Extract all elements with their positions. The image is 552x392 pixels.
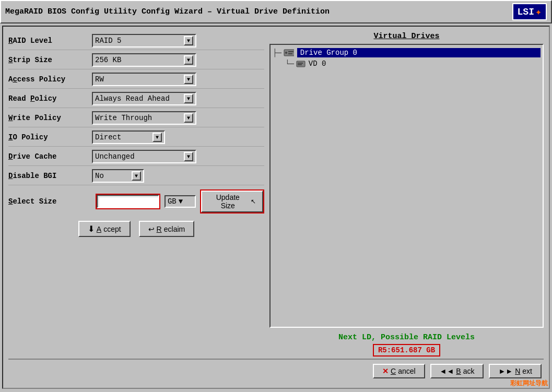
access-policy-dropdown[interactable]: RW ▼ bbox=[92, 73, 196, 86]
next-icon: ►► bbox=[498, 367, 513, 375]
raid-level-dropdown[interactable]: RAID 5 ▼ bbox=[92, 34, 196, 47]
next-button[interactable]: ►► Next bbox=[489, 364, 542, 378]
right-panel: Virtual Drives ├─ Drive Group 0 bbox=[269, 32, 544, 357]
reclaim-button[interactable]: ↩ Reclaim bbox=[139, 221, 195, 237]
disable-bgi-value: No bbox=[95, 172, 132, 180]
accept-button[interactable]: ⬇ Accept bbox=[78, 221, 131, 237]
write-policy-value: Write Through bbox=[95, 114, 184, 122]
drive-cache-value: Unchanged bbox=[95, 152, 184, 161]
update-size-label: Update Size bbox=[208, 193, 248, 210]
strip-size-row: Strip Size 256 KB ▼ bbox=[8, 51, 264, 69]
left-panel: RAID Level RAID 5 ▼ Strip Size 256 KB ▼ bbox=[8, 32, 264, 357]
reclaim-icon: ↩ bbox=[148, 225, 155, 233]
back-label-text: ack bbox=[463, 367, 475, 375]
access-policy-value: RW bbox=[95, 75, 184, 84]
size-input[interactable] bbox=[97, 195, 159, 208]
main-container: RAID Level RAID 5 ▼ Strip Size 256 KB ▼ bbox=[2, 26, 550, 389]
cancel-icon: ✕ bbox=[382, 367, 389, 375]
strip-size-dropdown[interactable]: 256 KB ▼ bbox=[92, 53, 196, 67]
drive-group-item[interactable]: ├─ Drive Group 0 bbox=[273, 47, 541, 58]
access-policy-label: Access Policy bbox=[8, 75, 92, 84]
accept-label: A bbox=[97, 225, 101, 233]
drive-cache-arrow[interactable]: ▼ bbox=[184, 152, 193, 161]
back-label: B bbox=[456, 367, 461, 375]
raid-level-row: RAID Level RAID 5 ▼ bbox=[8, 32, 264, 50]
svg-rect-3 bbox=[288, 53, 292, 54]
read-policy-label: Read Policy bbox=[8, 94, 92, 103]
svg-rect-6 bbox=[298, 64, 302, 65]
write-policy-arrow[interactable]: ▼ bbox=[184, 113, 193, 123]
vd-branch-icon: └─ bbox=[285, 60, 294, 68]
update-size-button[interactable]: Update Size ↖ bbox=[201, 191, 263, 212]
window-title: MegaRAID BIOS Config Utility Config Wiza… bbox=[5, 7, 330, 16]
reclaim-label: R bbox=[157, 225, 162, 233]
update-size-btn-wrapper: Update Size ↖ bbox=[200, 189, 264, 213]
write-policy-dropdown[interactable]: Write Through ▼ bbox=[92, 111, 196, 125]
reclaim-label-text: eclaim bbox=[164, 225, 185, 233]
next-label: N bbox=[515, 367, 520, 375]
gb-unit-dropdown[interactable]: GB ▼ bbox=[165, 195, 196, 208]
lsi-logo: LSI✦ bbox=[512, 3, 547, 20]
io-policy-label: IO Policy bbox=[8, 133, 92, 141]
svg-rect-2 bbox=[288, 51, 293, 52]
svg-rect-4 bbox=[297, 61, 305, 67]
accept-icon: ⬇ bbox=[88, 224, 95, 234]
virtual-drives-title: Virtual Drives bbox=[269, 32, 544, 41]
drive-cache-row: Drive Cache Unchanged ▼ bbox=[8, 148, 264, 166]
title-bar: MegaRAID BIOS Config Utility Config Wiza… bbox=[0, 0, 552, 23]
drive-group-label[interactable]: Drive Group 0 bbox=[297, 48, 541, 57]
tree-branch-icon: ├─ bbox=[273, 49, 281, 57]
disable-bgi-arrow[interactable]: ▼ bbox=[132, 171, 141, 181]
next-ld-section: Next LD, Possible RAID Levels R5:651.687… bbox=[269, 333, 544, 357]
cursor-icon: ↖ bbox=[251, 198, 256, 205]
io-policy-value: Direct bbox=[95, 133, 152, 141]
cancel-label: C bbox=[391, 367, 396, 375]
cancel-button[interactable]: ✕ Cancel bbox=[373, 364, 425, 378]
raid-level-arrow[interactable]: ▼ bbox=[184, 36, 193, 45]
disable-bgi-label: Disable BGI bbox=[8, 172, 92, 180]
disable-bgi-row: Disable BGI No ▼ bbox=[8, 167, 264, 185]
io-policy-arrow[interactable]: ▼ bbox=[152, 133, 162, 142]
svg-point-1 bbox=[285, 52, 287, 54]
read-policy-arrow[interactable]: ▼ bbox=[184, 94, 193, 103]
gb-unit-value: GB bbox=[168, 197, 177, 206]
read-policy-dropdown[interactable]: Always Read Ahead ▼ bbox=[92, 92, 196, 105]
bottom-buttons-row: ✕ Cancel ◄◄ Back ►► Next bbox=[8, 359, 544, 383]
next-ld-value: R5:651.687 GB bbox=[373, 344, 440, 357]
write-policy-label: Write Policy bbox=[8, 114, 92, 122]
raid-level-label: RAID Level bbox=[8, 37, 92, 45]
vd-label[interactable]: VD 0 bbox=[309, 60, 326, 68]
accept-reclaim-row: ⬇ Accept ↩ Reclaim bbox=[8, 218, 264, 240]
raid-level-value: RAID 5 bbox=[95, 37, 184, 45]
drive-group-icon bbox=[284, 49, 294, 57]
drive-cache-dropdown[interactable]: Unchanged ▼ bbox=[92, 150, 196, 163]
vd-icon bbox=[296, 61, 306, 67]
size-input-wrapper bbox=[96, 194, 160, 209]
tree-view: ├─ Drive Group 0 └─ bbox=[269, 44, 544, 328]
watermark: 彩虹网址导航 bbox=[510, 379, 548, 388]
gb-dropdown-arrow[interactable]: ▼ bbox=[179, 197, 183, 206]
io-policy-row: IO Policy Direct ▼ bbox=[8, 128, 264, 147]
disable-bgi-dropdown[interactable]: No ▼ bbox=[92, 169, 144, 183]
access-policy-arrow[interactable]: ▼ bbox=[184, 75, 193, 84]
read-policy-value: Always Read Ahead bbox=[95, 94, 184, 103]
io-policy-dropdown[interactable]: Direct ▼ bbox=[92, 130, 165, 144]
strip-size-value: 256 KB bbox=[95, 56, 184, 64]
back-icon: ◄◄ bbox=[440, 367, 454, 375]
access-policy-row: Access Policy RW ▼ bbox=[8, 70, 264, 89]
strip-size-label: Strip Size bbox=[8, 56, 92, 64]
select-size-row: Select Size GB ▼ Update Size ↖ bbox=[8, 186, 264, 217]
svg-rect-5 bbox=[298, 63, 303, 64]
vd-item[interactable]: └─ VD 0 bbox=[285, 58, 541, 69]
read-policy-row: Read Policy Always Read Ahead ▼ bbox=[8, 90, 264, 108]
write-policy-row: Write Policy Write Through ▼ bbox=[8, 109, 264, 127]
next-label-text: ext bbox=[522, 367, 532, 375]
drive-cache-label: Drive Cache bbox=[8, 152, 92, 161]
next-ld-title: Next LD, Possible RAID Levels bbox=[269, 333, 544, 342]
accept-label-text: ccept bbox=[103, 225, 121, 233]
strip-size-arrow[interactable]: ▼ bbox=[184, 55, 193, 65]
select-size-label: Select Size bbox=[8, 197, 91, 206]
back-button[interactable]: ◄◄ Back bbox=[430, 364, 484, 378]
cancel-label-text: ancel bbox=[398, 367, 415, 375]
